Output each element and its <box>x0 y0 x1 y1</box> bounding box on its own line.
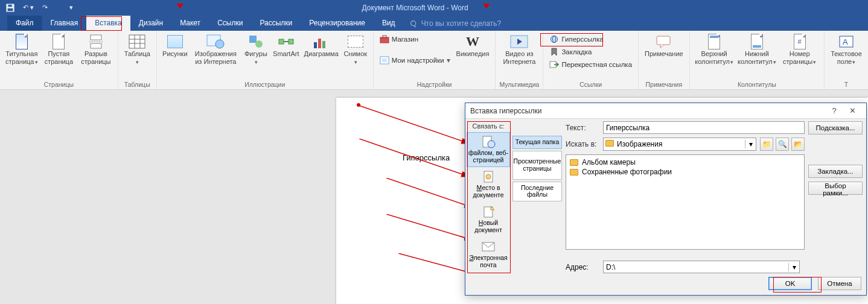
ribbon-insert: Титульная страница Пустая страница Разры… <box>0 31 868 90</box>
smartart-button[interactable]: SmartArt <box>271 32 301 59</box>
addins-icon <box>380 55 389 65</box>
online-video-button[interactable]: Видео из Интернета <box>499 32 539 66</box>
blank-page-icon <box>49 33 68 50</box>
group-media: Видео из Интернета Мультимедиа <box>496 31 543 89</box>
insert-hyperlink-dialog: Вставка гиперссылки ? ✕ Связать с: файло… <box>465 103 867 296</box>
tab-design[interactable]: Дизайн <box>130 16 171 31</box>
chevron-down-icon[interactable]: ▾ <box>788 263 799 271</box>
cancel-button[interactable]: Отмена <box>818 277 861 290</box>
chart-icon <box>312 33 330 50</box>
up-folder-button[interactable]: 📁 <box>760 138 773 151</box>
tab-references[interactable]: Ссылки <box>209 16 251 31</box>
annotation-box <box>81 16 122 31</box>
wikipedia-icon: W <box>464 33 482 50</box>
my-addins-button[interactable]: Мои надстройки ▾ <box>377 54 453 66</box>
wikipedia-button[interactable]: W Википедия <box>454 32 492 59</box>
close-button[interactable]: ✕ <box>843 106 861 115</box>
svg-rect-21 <box>382 59 387 62</box>
title-bar: ↶ ▾ ↷ ▾ Документ Microsoft Word - Word <box>0 0 868 15</box>
page-number-icon: # <box>791 33 809 50</box>
qat-customize-icon[interactable]: ▾ <box>69 4 73 11</box>
list-item[interactable]: Сохраненные фотографии <box>570 167 800 177</box>
page-break-button[interactable]: Разрыв страницы <box>78 32 114 66</box>
cover-page-icon <box>13 33 31 50</box>
tab-view[interactable]: Вид <box>374 16 404 31</box>
group-label: Страницы <box>44 80 74 89</box>
help-button[interactable]: ? <box>825 106 843 115</box>
svg-marker-26 <box>552 48 557 55</box>
header-button[interactable]: Верхний колонтитул <box>694 32 735 66</box>
group-label: Ссылки <box>579 80 602 89</box>
screentip-button[interactable]: Подсказка... <box>808 121 863 135</box>
annotation-box <box>467 121 511 273</box>
crossref-button[interactable]: Перекрестная ссылка <box>547 59 634 71</box>
page-break-icon <box>87 33 105 50</box>
svg-rect-7 <box>91 43 101 48</box>
browse-web-button[interactable]: 🔍 <box>776 138 789 151</box>
shapes-icon <box>247 33 265 50</box>
svg-rect-28 <box>657 36 670 45</box>
tab-layout[interactable]: Макет <box>171 16 209 31</box>
lookin-combo[interactable]: Изображения ▾ <box>603 138 756 151</box>
list-item[interactable]: Альбом камеры <box>570 157 800 167</box>
annotation-box <box>773 277 822 293</box>
text-box-button[interactable]: A Текстовое поле <box>828 32 864 66</box>
svg-point-15 <box>215 40 224 48</box>
group-label: Примечания <box>646 80 683 89</box>
dialog-title: Вставка гиперссылки <box>470 107 825 115</box>
browse-recent-files[interactable]: Последние файлы <box>512 182 562 201</box>
ribbon-tabs: Файл Главная Вставка Дизайн Макет Ссылки… <box>0 15 868 31</box>
blank-page-button[interactable]: Пустая страница <box>41 32 77 66</box>
header-icon <box>705 33 723 50</box>
online-pictures-button[interactable]: Изображения из Интернета <box>191 32 241 66</box>
text-input[interactable] <box>603 121 805 134</box>
redo-icon[interactable]: ↷ <box>42 4 48 11</box>
save-icon[interactable] <box>6 4 14 12</box>
text-box-icon: A <box>837 33 855 50</box>
browse-file-button[interactable]: 📂 <box>791 138 805 151</box>
annotation-arrow-icon <box>176 4 183 8</box>
address-label: Адрес: <box>566 263 599 271</box>
browse-browsed-pages[interactable]: Просмотренные страницы <box>512 151 562 180</box>
table-button[interactable]: Таблица <box>122 32 153 66</box>
bookmark-button[interactable]: Закладка... <box>808 165 863 178</box>
group-header-footer: Верхний колонтитул Нижний колонтитул # Н… <box>690 31 825 89</box>
screenshot-button[interactable]: Снимок <box>342 32 369 66</box>
group-label: Таблицы <box>124 80 150 89</box>
tab-mailings[interactable]: Рассылки <box>251 16 301 31</box>
page-number-button[interactable]: # Номер страницы <box>779 32 820 66</box>
text-label: Текст: <box>566 124 599 132</box>
address-combo[interactable]: D:\ ▾ <box>603 261 800 273</box>
screenshot-icon <box>346 33 365 50</box>
undo-icon[interactable]: ↶ ▾ <box>23 4 34 11</box>
svg-line-32 <box>359 106 468 143</box>
group-comments: Примечание Примечания <box>639 31 690 89</box>
group-label: Мультимедиа <box>499 80 539 89</box>
tell-me-search[interactable]: Что вы хотите сделать? <box>404 16 508 31</box>
tab-home[interactable]: Главная <box>42 16 87 31</box>
svg-line-34 <box>386 178 471 207</box>
comment-button[interactable]: Примечание <box>642 32 686 59</box>
folder-icon <box>604 140 616 148</box>
target-frame-button[interactable]: Выбор рамки... <box>808 182 863 195</box>
store-button[interactable]: Магазин <box>377 33 453 45</box>
group-label: Т <box>844 80 848 89</box>
tab-file[interactable]: Файл <box>7 16 42 31</box>
bookmark-button[interactable]: Закладка <box>547 46 634 58</box>
footer-button[interactable]: Нижний колонтитул <box>736 32 777 66</box>
chart-button[interactable]: Диаграмма <box>302 32 340 59</box>
svg-rect-3 <box>8 8 13 10</box>
pictures-button[interactable]: Рисунки <box>161 32 190 59</box>
folder-list[interactable]: Альбом камеры Сохраненные фотографии <box>566 154 805 250</box>
browse-current-folder[interactable]: Текущая папка <box>512 136 562 149</box>
smartart-icon <box>277 33 295 50</box>
dialog-center: Текст: Искать в: Изображения ▾ 📁 🔍 📂 Аль… <box>563 119 807 273</box>
tab-review[interactable]: Рецензирование <box>301 16 374 31</box>
cover-page-button[interactable]: Титульная страница <box>4 32 40 66</box>
folder-icon <box>570 159 578 166</box>
svg-text:A: A <box>843 37 848 46</box>
annotation-box <box>540 33 603 46</box>
svg-point-4 <box>410 21 415 25</box>
shapes-button[interactable]: Фигуры <box>242 32 270 66</box>
chevron-down-icon[interactable]: ▾ <box>745 140 756 148</box>
